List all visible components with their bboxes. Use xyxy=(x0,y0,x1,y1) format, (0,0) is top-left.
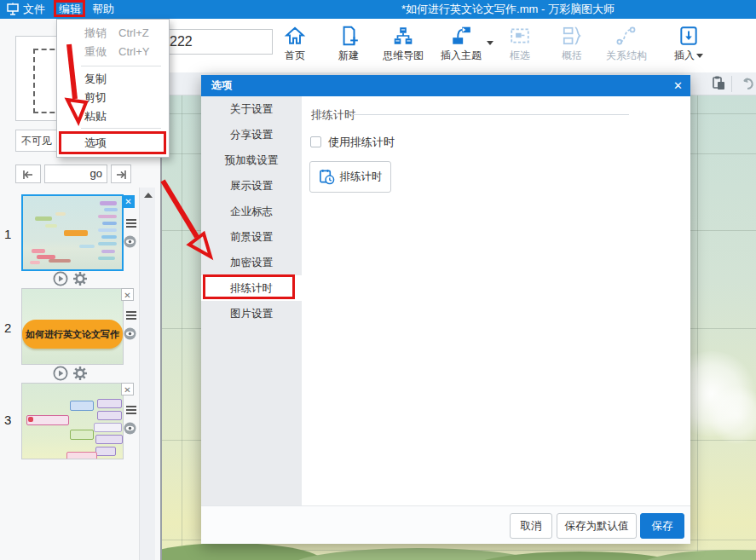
slide-2-settings-icon[interactable] xyxy=(72,366,88,384)
dialog-title: 选项 xyxy=(211,75,232,96)
toolbar-insert-topic-button[interactable]: 插入主题 xyxy=(430,25,492,63)
zoom-input[interactable] xyxy=(162,29,273,55)
go-button[interactable]: go xyxy=(90,167,102,180)
insert-icon xyxy=(678,25,700,47)
slide-1-menu-icon[interactable] xyxy=(126,219,136,229)
menu-item-paste[interactable]: 粘贴 xyxy=(84,110,107,124)
menu-item-undo: 撤销 xyxy=(84,26,107,40)
rehearse-timer-label: 排练计时 xyxy=(340,170,383,184)
toolbar-box-select-button: 框选 xyxy=(496,25,544,63)
window-title: *如何进行英文论文写作.mm - 万彩脑图大师 xyxy=(401,0,615,19)
grid-line xyxy=(697,95,698,560)
slide-1-play-icon[interactable] xyxy=(53,271,68,290)
slide-1-close-icon[interactable]: ✕ xyxy=(122,195,135,208)
dialog-footer: 取消 保存为默认值 保存 xyxy=(201,505,690,544)
titlebar: 文件 编辑 帮助 *如何进行英文论文写作.mm - 万彩脑图大师 xyxy=(0,0,756,19)
toolbar-home-button[interactable]: 首页 xyxy=(271,25,319,63)
menu-separator xyxy=(81,128,161,129)
toolbar-mindmap-button[interactable]: 思维导图 xyxy=(376,25,430,63)
slide-1-visibility-icon[interactable] xyxy=(124,235,136,251)
home-icon xyxy=(284,25,306,47)
dialog-close-icon[interactable]: ✕ xyxy=(673,75,683,96)
menu-item-copy[interactable]: 复制 xyxy=(84,72,107,86)
toolbar-separator xyxy=(731,76,732,92)
last-page-icon xyxy=(114,169,128,181)
options-dialog: 选项 ✕ 关于设置 分享设置 预加载设置 展示设置 企业标志 前景设置 加密设置… xyxy=(201,75,690,544)
sidebar-item-about[interactable]: 关于设置 xyxy=(201,96,302,122)
sidebar-item-display[interactable]: 展示设置 xyxy=(201,173,302,199)
new-document-icon xyxy=(338,25,360,47)
first-page-icon xyxy=(21,169,35,181)
last-page-button[interactable] xyxy=(111,165,131,183)
rehearse-timer-button[interactable]: 排练计时 xyxy=(309,161,391,193)
toolbar-mindmap-label: 思维导图 xyxy=(383,49,424,61)
annotation-redbox-rehearse-item xyxy=(203,274,295,299)
save-button[interactable]: 保存 xyxy=(640,513,684,539)
first-page-button[interactable] xyxy=(15,165,41,183)
thumbnail-scrollbar[interactable] xyxy=(139,188,155,560)
page-number-input[interactable]: go xyxy=(44,165,107,183)
undo-icon[interactable] xyxy=(739,75,756,95)
rehearse-timer-icon xyxy=(319,169,335,185)
sidebar-item-encrypt[interactable]: 加密设置 xyxy=(201,250,302,275)
app-window: 文件 编辑 帮助 *如何进行英文论文写作.mm - 万彩脑图大师 首页 新建 思… xyxy=(0,0,756,560)
slide-1-settings-icon[interactable] xyxy=(72,271,88,290)
slide-3-visibility-icon[interactable] xyxy=(124,422,136,438)
slide-2-menu-icon[interactable] xyxy=(126,311,136,321)
menu-help[interactable]: 帮助 xyxy=(92,0,114,19)
toolbar-insert-topic-label: 插入主题 xyxy=(441,49,482,61)
sidebar-item-logo[interactable]: 企业标志 xyxy=(201,199,302,224)
summary-icon xyxy=(561,25,583,47)
slide-2-thumbnail[interactable]: 如何进行英文论文写作 xyxy=(21,288,124,365)
save-as-default-button[interactable]: 保存为默认值 xyxy=(557,513,637,539)
mindmap-icon xyxy=(392,25,414,47)
use-rehearse-label: 使用排练计时 xyxy=(328,135,395,150)
menu-separator xyxy=(81,66,161,66)
slide-3-thumbnail[interactable] xyxy=(21,383,124,459)
toolbar-insert-button[interactable]: 插入 xyxy=(663,25,714,63)
slide-3-close-icon[interactable]: ✕ xyxy=(121,383,134,395)
app-logo-icon xyxy=(6,3,20,19)
scroll-up-icon[interactable] xyxy=(144,193,153,198)
slide-3-menu-icon[interactable] xyxy=(126,406,136,416)
cancel-button[interactable]: 取消 xyxy=(510,513,552,539)
box-select-icon xyxy=(509,25,531,47)
chevron-down-icon xyxy=(696,54,703,58)
hill-decoration xyxy=(639,550,756,560)
toolbar-summary-button: 概括 xyxy=(548,25,596,63)
annotation-redbox-edit-menu xyxy=(54,0,85,17)
use-rehearse-checkbox[interactable] xyxy=(310,136,321,147)
toolbar-relation-button: 关系结构 xyxy=(596,25,657,63)
rehearse-section-heading: 排练计时 xyxy=(311,107,355,123)
toolbar-summary-label: 概括 xyxy=(562,49,582,61)
sidebar-item-preload[interactable]: 预加载设置 xyxy=(201,147,302,173)
menu-item-cut[interactable]: 剪切 xyxy=(84,91,107,105)
annotation-redbox-options-item xyxy=(59,131,166,154)
slide-2-root-node: 如何进行英文论文写作 xyxy=(22,320,123,349)
sidebar-item-image[interactable]: 图片设置 xyxy=(201,301,302,326)
slide-1-number: 1 xyxy=(4,227,11,241)
toolbar-new-button[interactable]: 新建 xyxy=(325,25,372,63)
toolbar-box-select-label: 框选 xyxy=(510,49,530,61)
sidebar-item-foreground[interactable]: 前景设置 xyxy=(201,224,302,250)
slide-2-close-icon[interactable]: ✕ xyxy=(121,288,134,301)
relation-icon xyxy=(615,25,638,47)
slide-1-thumbnail[interactable] xyxy=(21,194,124,271)
toolbar-new-label: 新建 xyxy=(338,49,359,61)
slide-3-number: 3 xyxy=(4,413,11,427)
slide-2-play-icon[interactable] xyxy=(53,366,68,384)
sidebar-item-share[interactable]: 分享设置 xyxy=(201,122,302,147)
shape-visibility-value: 不可见 xyxy=(21,135,52,147)
slide-2-visibility-icon[interactable] xyxy=(124,327,136,344)
dialog-header[interactable]: 选项 ✕ xyxy=(201,75,690,96)
menu-item-redo-shortcut: Ctrl+Y xyxy=(118,45,149,59)
menu-file[interactable]: 文件 xyxy=(23,0,45,19)
toolbar-insert-label: 插入 xyxy=(674,49,695,61)
chevron-down-icon[interactable] xyxy=(487,41,493,45)
paste-icon[interactable] xyxy=(710,75,727,95)
toolbar-home-label: 首页 xyxy=(285,49,305,61)
edit-menu-popup: 撤销 Ctrl+Z 重做 Ctrl+Y 复制 剪切 粘贴 选项 xyxy=(56,19,170,158)
hill-decoration xyxy=(162,543,324,560)
insert-topic-icon xyxy=(450,25,472,47)
section-divider xyxy=(351,114,629,115)
